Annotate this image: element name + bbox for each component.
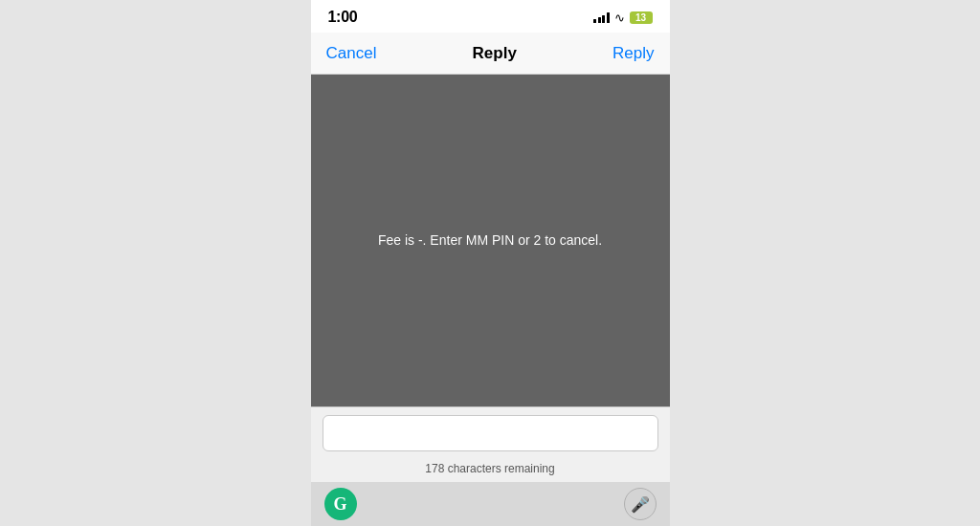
cancel-button[interactable]: Cancel <box>326 44 377 63</box>
nav-bar: Cancel Reply Reply <box>311 33 670 75</box>
input-row <box>311 407 670 455</box>
bottom-toolbar: G 🎤 <box>311 482 670 526</box>
message-text: Fee is -. Enter MM PIN or 2 to cancel. <box>378 231 602 251</box>
grammarly-icon: G <box>333 494 346 515</box>
wifi-icon: ∿ <box>614 11 625 25</box>
message-area: Fee is -. Enter MM PIN or 2 to cancel. <box>311 75 670 406</box>
char-count-label: 178 characters remaining <box>425 462 554 475</box>
mic-button[interactable]: 🎤 <box>624 488 657 520</box>
reply-button[interactable]: Reply <box>612 44 654 63</box>
status-icons: ∿ 13 <box>593 11 653 25</box>
battery-icon: 13 <box>630 11 653 24</box>
status-time: 1:00 <box>328 9 358 26</box>
input-section: 178 characters remaining <box>311 406 670 482</box>
phone-frame: 1:00 ∿ 13 Cancel Reply Reply Fee is -. E… <box>311 0 670 526</box>
status-bar: 1:00 ∿ 13 <box>311 0 670 33</box>
grammarly-button[interactable]: G <box>324 488 357 520</box>
microphone-icon: 🎤 <box>631 495 650 514</box>
reply-input[interactable] <box>323 415 658 451</box>
signal-icon <box>593 11 610 23</box>
nav-title: Reply <box>473 44 517 63</box>
char-count-row: 178 characters remaining <box>311 455 670 482</box>
